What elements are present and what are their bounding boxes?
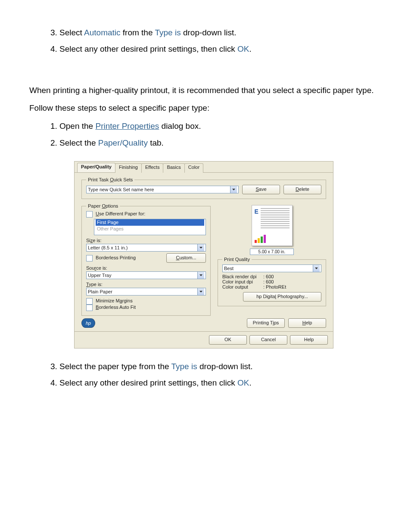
instruction-list-bottom: Select the paper type from the Type is d… xyxy=(29,360,382,390)
term-paper-quality: Paper/Quality xyxy=(98,138,148,147)
text: Select xyxy=(59,28,84,37)
svg-marker-2 xyxy=(199,274,202,276)
source-is-label: Source is: xyxy=(86,265,206,271)
instruction-list-mid: Open the Printer Properties dialog box. … xyxy=(29,119,382,150)
borderless-printing-checkbox[interactable] xyxy=(86,255,93,261)
borderless-autofit-checkbox[interactable] xyxy=(86,305,93,311)
source-is-combo[interactable]: Upper Tray xyxy=(86,271,206,279)
help-button-outer[interactable]: Help xyxy=(290,335,328,345)
chevron-down-icon xyxy=(197,272,204,279)
term-ok: OK xyxy=(237,44,249,53)
paper-options-group: Paper Options Use Different Paper for: F… xyxy=(81,203,211,316)
print-quality-value: Best xyxy=(224,266,313,271)
print-quality-legend: Print Quality xyxy=(222,257,252,262)
text: from the xyxy=(121,28,155,37)
text: drop-down list. xyxy=(181,28,237,37)
size-is-combo[interactable]: Letter (8.5 x 11 in.) xyxy=(86,244,206,252)
tab-paper-quality[interactable]: Paper/Quality xyxy=(77,163,115,172)
tab-finishing[interactable]: Finishing xyxy=(115,163,142,173)
list-item: Select the paper type from the Type is d… xyxy=(59,360,382,373)
size-is-value: Letter (8.5 x 11 in.) xyxy=(88,245,197,250)
svg-marker-4 xyxy=(315,268,318,269)
text: Select any other desired print settings,… xyxy=(59,378,237,387)
preview-dimensions: 5.00 x 7.00 in. xyxy=(250,249,294,255)
quick-sets-group: Print Task Quick Sets Type new Quick Set… xyxy=(81,177,326,199)
printing-tips-button[interactable]: Printing Tips xyxy=(247,318,285,328)
use-different-paper-label: Use Different Paper for: xyxy=(96,211,145,216)
print-quality-group: Print Quality Best Black render dpi: 600… xyxy=(218,257,326,306)
term-automatic: Automatic xyxy=(84,28,120,37)
color-input-dpi-value: : 600 xyxy=(263,279,274,284)
paragraph: When printing a higher-quality printout,… xyxy=(29,84,382,96)
use-different-paper-checkbox[interactable] xyxy=(86,211,93,218)
printer-properties-link[interactable]: Printer Properties xyxy=(95,121,159,131)
tab-basics[interactable]: Basics xyxy=(163,163,184,173)
text: . xyxy=(249,44,251,53)
custom-button[interactable]: Custom... xyxy=(166,253,206,263)
printer-properties-dialog: Paper/Quality Finishing Effects Basics C… xyxy=(74,161,333,348)
page-list-first[interactable]: First Page xyxy=(96,219,204,226)
color-input-dpi-label: Color input dpi xyxy=(222,279,263,284)
page-list-other[interactable]: Other Pages xyxy=(96,226,204,232)
paper-options-legend: Paper Options xyxy=(86,203,120,208)
chart-icon xyxy=(255,235,266,243)
svg-marker-3 xyxy=(199,291,202,292)
source-is-value: Upper Tray xyxy=(88,273,197,278)
size-is-label: Size is: xyxy=(86,238,206,243)
minimize-margins-label: Minimize Margins xyxy=(96,298,133,303)
chevron-down-icon xyxy=(197,244,204,251)
list-item: Select any other desired print settings,… xyxy=(59,376,382,390)
text: drop-down list. xyxy=(197,362,253,371)
quick-sets-legend: Print Task Quick Sets xyxy=(86,177,134,182)
help-button[interactable]: Help xyxy=(288,318,326,328)
text: . xyxy=(249,378,251,387)
hp-digital-photography-button[interactable]: hp Digital Photography... xyxy=(243,292,321,302)
term-type-is: Type is xyxy=(171,362,197,371)
list-item: Select any other desired print settings,… xyxy=(59,42,382,56)
page-preview: E xyxy=(252,205,293,246)
color-output-label: Color output xyxy=(222,284,263,289)
instruction-list-top: Select Automatic from the Type is drop-d… xyxy=(29,26,382,56)
text: tab. xyxy=(148,138,164,147)
minimize-margins-checkbox[interactable] xyxy=(86,298,93,305)
list-item: Select Automatic from the Type is drop-d… xyxy=(59,26,382,40)
paragraph: Follow these steps to select a specific … xyxy=(29,102,382,114)
delete-button[interactable]: Delete xyxy=(283,185,321,194)
black-render-dpi-label: Black render dpi xyxy=(222,274,263,279)
document-page: Select Automatic from the Type is drop-d… xyxy=(0,0,411,426)
text: Select the paper type from the xyxy=(59,362,171,371)
preview-icon: E xyxy=(255,208,258,215)
borderless-printing-label: Borderless Printing xyxy=(96,255,136,260)
svg-marker-0 xyxy=(232,189,235,190)
tab-bar: Paper/Quality Finishing Effects Basics C… xyxy=(75,162,333,173)
color-output-value: : PhotoREt xyxy=(263,284,286,289)
type-is-combo[interactable]: Plain Paper xyxy=(86,288,206,296)
quick-set-placeholder: Type new Quick Set name here xyxy=(88,187,230,192)
type-is-label: Type is: xyxy=(86,282,206,287)
cancel-button[interactable]: Cancel xyxy=(249,335,287,345)
chevron-down-icon xyxy=(197,288,204,295)
tab-color[interactable]: Color xyxy=(184,163,203,173)
chevron-down-icon xyxy=(230,186,237,193)
quick-set-name-combo[interactable]: Type new Quick Set name here xyxy=(86,186,239,193)
chevron-down-icon xyxy=(313,265,320,272)
dialog-button-bar: OK Cancel Help xyxy=(75,331,333,348)
text: dialog box. xyxy=(159,121,201,131)
tab-effects[interactable]: Effects xyxy=(141,163,163,173)
save-button[interactable]: Save xyxy=(242,185,280,194)
text: Select the xyxy=(59,138,98,147)
svg-marker-1 xyxy=(199,247,202,249)
term-ok: OK xyxy=(237,378,249,387)
list-item: Select the Paper/Quality tab. xyxy=(59,136,382,150)
type-is-value: Plain Paper xyxy=(88,289,197,294)
borderless-autofit-label: Borderless Auto Fit xyxy=(96,305,136,310)
print-quality-combo[interactable]: Best xyxy=(222,264,321,272)
hp-logo-icon: hp xyxy=(81,318,95,328)
text: Select any other desired print settings,… xyxy=(59,44,237,53)
list-item: Open the Printer Properties dialog box. xyxy=(59,119,382,133)
ok-button[interactable]: OK xyxy=(209,335,247,345)
page-list[interactable]: First Page Other Pages xyxy=(94,219,206,235)
term-type-is: Type is xyxy=(155,28,181,37)
text: Open the xyxy=(59,121,95,131)
black-render-dpi-value: : 600 xyxy=(263,274,274,279)
